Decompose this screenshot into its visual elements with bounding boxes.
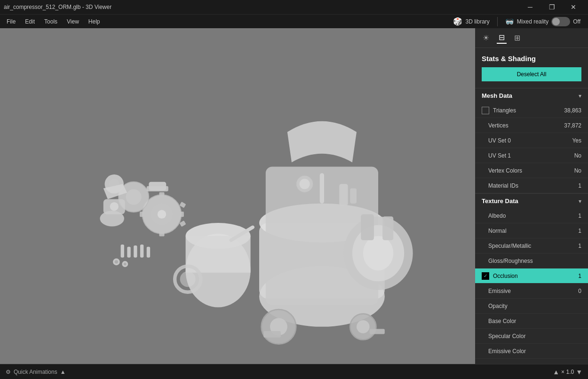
svg-rect-42 bbox=[140, 212, 144, 217]
menu-separator bbox=[497, 17, 498, 26]
specularmetallic-label: Specular/Metallic bbox=[488, 243, 531, 249]
svg-rect-41 bbox=[159, 232, 164, 236]
specularcolor-label: Specular Color bbox=[488, 333, 525, 340]
uvset0-value: Yes bbox=[572, 137, 581, 144]
bottom-bar: ⚙ Quick Animations ▲ ▲ × 1.0 ▼ bbox=[0, 364, 588, 379]
right-panel: ☀ ⊟ ⊞ Stats & Shading Deselect All Mesh … bbox=[475, 28, 588, 364]
vertices-label: Vertices bbox=[488, 122, 509, 129]
close-button[interactable]: ✕ bbox=[563, 0, 584, 14]
specularmetallic-value: 1 bbox=[578, 243, 581, 249]
occlusion-value: 1 bbox=[578, 273, 581, 279]
quick-animations-control[interactable]: ⚙ Quick Animations ▲ bbox=[6, 369, 66, 375]
deselect-all-button[interactable]: Deselect All bbox=[482, 67, 581, 81]
svg-point-39 bbox=[110, 202, 119, 211]
svg-rect-29 bbox=[140, 245, 143, 258]
basecolor-label: Base Color bbox=[488, 318, 516, 324]
mixed-reality-state: Off bbox=[573, 18, 580, 25]
3d-library-label: 3D library bbox=[465, 18, 489, 25]
occlusion-label: Occlusion bbox=[493, 273, 518, 279]
normal-label: Normal bbox=[488, 228, 507, 234]
mesh-data-chevron: ▾ bbox=[579, 93, 581, 99]
panel-title: Stats & Shading bbox=[475, 48, 588, 67]
menu-file[interactable]: File bbox=[2, 16, 20, 27]
texture-data-header[interactable]: Texture Data ▾ bbox=[475, 193, 588, 208]
texture-row-specularcolor: Specular Color bbox=[475, 329, 588, 344]
uvset0-label: UV Set 0 bbox=[488, 137, 511, 144]
vertices-value: 37,872 bbox=[564, 122, 581, 129]
svg-rect-9 bbox=[382, 216, 393, 240]
menu-tools[interactable]: Tools bbox=[40, 16, 62, 27]
zoom-value: × 1.0 bbox=[561, 369, 574, 375]
menu-view[interactable]: View bbox=[62, 16, 84, 27]
mesh-row-triangles: Triangles 38,863 bbox=[475, 103, 588, 118]
svg-rect-28 bbox=[134, 245, 137, 258]
svg-point-21 bbox=[126, 189, 142, 205]
mesh-row-vertices: Vertices 37,872 bbox=[475, 118, 588, 133]
menu-items: File Edit Tools View Help bbox=[2, 16, 105, 27]
mixed-reality-icon: 🥽 bbox=[505, 17, 514, 26]
texture-row-basecolor: Base Color bbox=[475, 314, 588, 329]
menu-right: 🎲 3D library 🥽 Mixed reality Off bbox=[453, 17, 586, 26]
vertexcolors-value: No bbox=[574, 167, 581, 174]
opacity-label: Opacity bbox=[488, 303, 508, 309]
vertexcolors-label: Vertex Colors bbox=[488, 167, 522, 174]
svg-point-37 bbox=[180, 271, 196, 287]
svg-point-34 bbox=[124, 263, 127, 266]
svg-rect-0 bbox=[19, 28, 456, 364]
mesh-row-uvset0: UV Set 0 Yes bbox=[475, 133, 588, 148]
svg-point-49 bbox=[300, 179, 310, 189]
texture-row-opacity: Opacity bbox=[475, 299, 588, 314]
svg-rect-26 bbox=[121, 245, 124, 258]
svg-rect-53 bbox=[370, 329, 385, 334]
mesh-data-header[interactable]: Mesh Data ▾ bbox=[475, 88, 588, 103]
occlusion-checkbox[interactable] bbox=[482, 272, 489, 280]
zoom-out-button[interactable]: ▼ bbox=[576, 368, 582, 376]
toggle-knob bbox=[552, 18, 560, 25]
triangles-checkbox[interactable] bbox=[482, 107, 489, 114]
quick-animations-label: Quick Animations bbox=[14, 369, 57, 375]
title-bar: air_compressor_512_ORM.glb - 3D Viewer ─… bbox=[0, 0, 588, 14]
triangles-value: 38,863 bbox=[564, 107, 581, 114]
zoom-controls: ▲ × 1.0 ▼ bbox=[553, 368, 582, 376]
uvset1-label: UV Set 1 bbox=[488, 152, 511, 159]
mixed-reality-label: Mixed reality bbox=[517, 18, 548, 25]
emissive-label: Emissive bbox=[488, 288, 511, 294]
svg-point-13 bbox=[357, 320, 370, 333]
menu-help[interactable]: Help bbox=[84, 16, 105, 27]
texture-data-chevron: ▾ bbox=[579, 198, 581, 205]
mesh-row-uvset1: UV Set 1 No bbox=[475, 148, 588, 163]
restore-button[interactable]: ❐ bbox=[541, 0, 563, 14]
emissive-value: 0 bbox=[578, 288, 581, 294]
sun-icon[interactable]: ☀ bbox=[481, 32, 491, 43]
albedo-label: Albedo bbox=[488, 213, 506, 219]
mixed-reality-toggle[interactable]: 🥽 Mixed reality Off bbox=[505, 17, 580, 26]
materialids-value: 1 bbox=[578, 182, 581, 189]
panel-toolbar: ☀ ⊟ ⊞ bbox=[475, 28, 588, 48]
materialids-label: Material IDs bbox=[488, 182, 518, 189]
3d-library-button[interactable]: 🎲 3D library bbox=[453, 17, 489, 26]
zoom-in-button[interactable]: ▲ bbox=[553, 368, 559, 376]
grid-icon[interactable]: ⊞ bbox=[512, 32, 522, 43]
svg-point-32 bbox=[115, 260, 118, 263]
svg-rect-43 bbox=[180, 212, 184, 217]
texture-row-specularmetallic: Specular/Metallic 1 bbox=[475, 238, 588, 253]
texture-row-emissive: Emissive 0 bbox=[475, 284, 588, 299]
svg-rect-52 bbox=[263, 331, 281, 338]
mesh-row-vertexcolors: Vertex Colors No bbox=[475, 163, 588, 178]
svg-point-19 bbox=[158, 210, 166, 218]
texture-data-label: Texture Data bbox=[482, 197, 518, 205]
stats-icon[interactable]: ⊟ bbox=[497, 32, 507, 44]
main-content: ☀ ⊟ ⊞ Stats & Shading Deselect All Mesh … bbox=[0, 28, 588, 364]
albedo-value: 1 bbox=[578, 213, 581, 219]
minimize-button[interactable]: ─ bbox=[519, 0, 541, 14]
texture-row-normal: Normal 1 bbox=[475, 223, 588, 238]
animations-icon: ⚙ bbox=[6, 369, 11, 375]
viewport[interactable] bbox=[0, 28, 475, 364]
3d-library-icon: 🎲 bbox=[453, 17, 462, 26]
glossroughness-label: Gloss/Roughness bbox=[488, 258, 533, 264]
svg-rect-51 bbox=[350, 188, 357, 203]
mixed-reality-switch[interactable] bbox=[551, 17, 570, 26]
normal-value: 1 bbox=[578, 228, 581, 234]
menu-bar: File Edit Tools View Help 🎲 3D library 🥽… bbox=[0, 14, 588, 28]
menu-edit[interactable]: Edit bbox=[20, 16, 40, 27]
